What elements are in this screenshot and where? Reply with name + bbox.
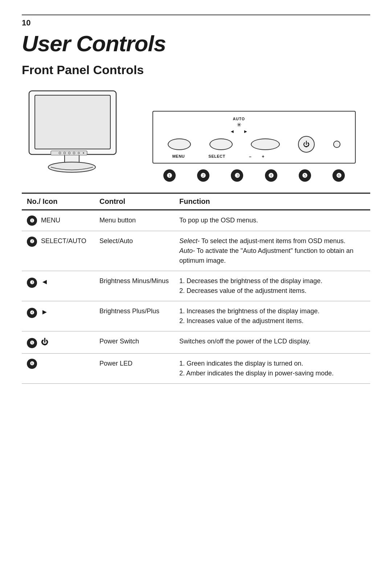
select-label: SELECT	[208, 154, 225, 159]
table-row: ❷ SELECT/AUTO Select/Auto Select- To sel…	[22, 231, 370, 271]
page-title: User Controls	[22, 31, 370, 56]
header-function: Function	[174, 193, 370, 210]
svg-point-9	[78, 152, 80, 154]
badge-4: ❹	[265, 169, 277, 182]
row-4-no: ❹ ►	[22, 301, 94, 331]
row-1-function: To pop up the OSD menus.	[174, 210, 370, 231]
row-6-badge: ❻	[27, 359, 37, 369]
row-5-function: Switches on/off the power of the LCD dis…	[174, 331, 370, 353]
monitor-illustration	[22, 87, 127, 182]
badge-1: ❶	[163, 169, 176, 182]
badge-3: ❸	[231, 169, 243, 182]
select-auto-button[interactable]	[209, 138, 233, 150]
svg-point-5	[59, 152, 61, 154]
row-1-icon-label: MENU	[41, 217, 60, 224]
table-row: ❶ MENU Menu button To pop up the OSD men…	[22, 210, 370, 231]
row-2-icon-label: SELECT/AUTO	[41, 237, 86, 245]
svg-rect-1	[35, 95, 110, 149]
control-panel-area: AUTO ✳ ◄ ►	[138, 111, 370, 182]
section-title: Front Panel Controls	[22, 63, 370, 77]
row-3-function: 1. Decreases the brightness of the displ…	[174, 271, 370, 301]
control-panel-box: AUTO ✳ ◄ ►	[152, 111, 356, 164]
auto-label: AUTO	[233, 117, 245, 121]
row-1-badge: ❶	[27, 216, 37, 226]
number-badges-row: ❶ ❷ ❸ ❹ ❺ ❻	[152, 169, 356, 182]
menu-label: MENU	[172, 154, 185, 159]
badge-2: ❷	[197, 169, 209, 182]
row-1-no: ❶ MENU	[22, 210, 94, 231]
header-control: Control	[94, 193, 174, 210]
brightness-button[interactable]	[251, 138, 280, 150]
row-1-control: Menu button	[94, 210, 174, 231]
svg-point-8	[73, 152, 75, 154]
row-2-control: Select/Auto	[94, 231, 174, 271]
row-6-control: Power LED	[94, 353, 174, 383]
row-4-icon-label: ►	[41, 308, 48, 316]
row-6-function: 1. Green indicates the display is turned…	[174, 353, 370, 383]
badge-6: ❻	[332, 169, 345, 182]
power-button[interactable]: ⏻	[298, 136, 315, 153]
controls-table: No./ Icon Control Function ❶ MENU Menu b…	[22, 193, 370, 384]
row-4-function: 1. Increases the brightness of the displ…	[174, 301, 370, 331]
row-2-badge: ❷	[27, 237, 37, 247]
badge-5: ❺	[299, 169, 311, 182]
row-3-badge: ❸	[27, 278, 37, 288]
row-6-no: ❻	[22, 353, 94, 383]
row-4-control: Brightness Plus/Plus	[94, 301, 174, 331]
page-number: 10	[22, 15, 370, 28]
row-5-no: ❺ ⏻	[22, 331, 94, 353]
row-4-badge: ❹	[27, 308, 37, 318]
svg-point-3	[48, 162, 95, 172]
row-2-no: ❷ SELECT/AUTO	[22, 231, 94, 271]
row-5-icon-label: ⏻	[41, 338, 48, 346]
row-5-control: Power Switch	[94, 331, 174, 353]
header-no-icon: No./ Icon	[22, 193, 94, 210]
minus-label: –	[249, 154, 252, 159]
row-3-icon-label: ◄	[41, 278, 48, 286]
table-row: ❹ ► Brightness Plus/Plus 1. Increases th…	[22, 301, 370, 331]
table-row: ❸ ◄ Brightness Minus/Minus 1. Decreases …	[22, 271, 370, 301]
menu-button[interactable]	[168, 138, 191, 150]
front-panel-section: AUTO ✳ ◄ ►	[22, 87, 370, 182]
table-row: ❻ Power LED 1. Green indicates the displ…	[22, 353, 370, 383]
panel-buttons-row: ⏻	[160, 136, 348, 153]
plus-label: +	[262, 154, 265, 159]
svg-point-7	[68, 152, 70, 154]
power-led	[333, 141, 340, 148]
row-2-function: Select- To select the adjust-ment items …	[174, 231, 370, 271]
row-3-control: Brightness Minus/Minus	[94, 271, 174, 301]
row-3-no: ❸ ◄	[22, 271, 94, 301]
table-row: ❺ ⏻ Power Switch Switches on/off the pow…	[22, 331, 370, 353]
panel-labels-row: MENU SELECT – +	[160, 154, 348, 159]
svg-point-10	[83, 152, 84, 154]
row-5-badge: ❺	[27, 338, 37, 348]
svg-point-6	[64, 152, 66, 154]
